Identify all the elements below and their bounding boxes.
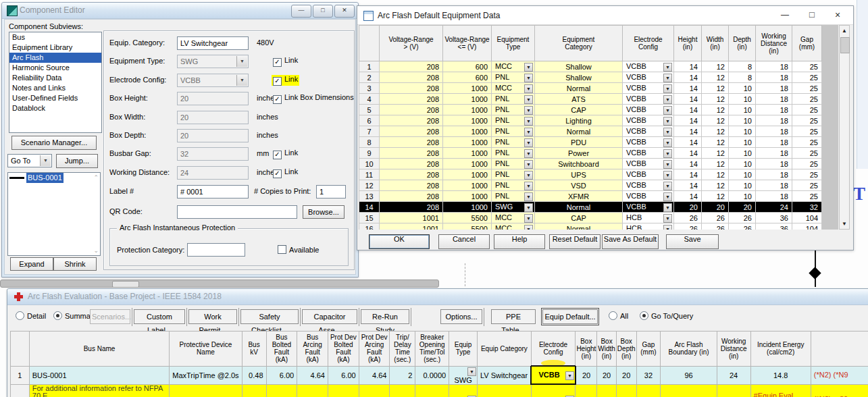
close-icon[interactable]: ✕ <box>334 5 355 18</box>
table-cell[interactable]: 25 <box>792 83 822 94</box>
equipment-data-titlebar[interactable]: Arc Flash Default Equipment Data — □ × <box>357 6 853 25</box>
table-cell[interactable]: 18 <box>756 105 792 115</box>
table-cell[interactable]: 26 <box>729 223 756 230</box>
table-cell[interactable]: ▼PNL <box>492 169 535 180</box>
reset-default-button[interactable]: Reset Default <box>549 234 601 249</box>
checkbox-icon[interactable]: ✓ <box>273 95 282 104</box>
dropdown-arrow-icon[interactable]: ▼ <box>524 214 533 223</box>
dropdown-arrow-icon[interactable]: ▼ <box>663 84 672 93</box>
label-number-input[interactable]: # 0001 <box>177 185 249 198</box>
checkbox-icon[interactable]: ✓ <box>273 151 282 159</box>
table-cell[interactable]: 12 <box>702 191 729 202</box>
chevron-down-icon[interactable]: ▼ <box>40 155 51 166</box>
table-cell[interactable]: 25 <box>792 191 822 202</box>
table-cell[interactable]: ▼PNL <box>492 180 535 191</box>
table-cell[interactable]: 36 <box>756 213 792 223</box>
scroll-down-icon[interactable]: ⌄ <box>93 247 99 254</box>
table-cell[interactable]: 26 <box>674 223 702 230</box>
table-cell[interactable]: 18 <box>756 94 792 105</box>
table-cell[interactable]: 12 <box>702 159 729 169</box>
dropdown-arrow-icon[interactable]: ▼ <box>663 128 672 136</box>
help-button[interactable]: Help <box>494 234 545 249</box>
table-cell[interactable]: 10 <box>729 180 756 191</box>
dropdown-arrow-icon[interactable]: ▼ <box>663 203 672 212</box>
table-cell[interactable]: ▼VCBB <box>623 115 674 126</box>
scrollbar-thumb[interactable] <box>840 37 850 53</box>
dropdown-arrow-icon[interactable]: ▼ <box>524 128 533 136</box>
save-as-default-button[interactable]: Save As Default <box>602 234 659 249</box>
table-cell[interactable]: 104 <box>792 223 822 230</box>
table-cell[interactable]: 10 <box>729 83 756 94</box>
table-cell[interactable]: 26 <box>729 213 756 223</box>
table-cell[interactable]: 25 <box>792 180 822 191</box>
jump-button[interactable]: Jump... <box>56 154 98 168</box>
table-cell[interactable]: 208 <box>380 159 443 169</box>
table-cell[interactable]: 1000 <box>443 159 492 169</box>
table-cell[interactable]: 12 <box>702 126 729 137</box>
dropdown-arrow-icon[interactable]: ▼ <box>663 117 672 126</box>
table-cell[interactable]: 18 <box>756 115 792 126</box>
table-cell[interactable]: 10 <box>729 126 756 137</box>
checkbox-icon[interactable] <box>278 245 286 254</box>
table-cell[interactable]: 25 <box>792 105 822 115</box>
table-cell[interactable]: Switchboard <box>535 159 623 169</box>
subview-item[interactable]: Harmonic Source <box>9 63 101 73</box>
table-cell[interactable]: 24 <box>756 202 792 213</box>
field-input[interactable]: VCBB▼ <box>177 74 249 87</box>
table-cell[interactable]: 14 <box>674 191 702 202</box>
dropdown-arrow-icon[interactable]: ▼ <box>524 74 533 82</box>
table-cell[interactable]: 12 <box>702 94 729 105</box>
column-header[interactable]: Working Distance (in) <box>756 26 792 61</box>
table-cell[interactable]: ▼PNL <box>492 137 535 148</box>
table-cell[interactable]: 10 <box>729 169 756 180</box>
table-cell[interactable]: 1000 <box>443 169 492 180</box>
table-cell[interactable]: 1000 <box>443 191 492 202</box>
dropdown-arrow-icon[interactable]: ▼ <box>663 95 672 104</box>
table-cell[interactable]: 208 <box>380 94 443 105</box>
options-button[interactable]: Options... <box>440 309 482 324</box>
table-cell[interactable]: 20 <box>674 202 702 213</box>
work-permit-button[interactable]: Work Permit... <box>188 309 237 324</box>
table-cell[interactable]: ▼VCBB <box>623 61 674 72</box>
checkbox-icon[interactable]: ✓ <box>273 58 282 67</box>
table-cell[interactable]: 36 <box>756 223 792 230</box>
radio-icon[interactable] <box>609 311 617 320</box>
table-cell[interactable]: 26 <box>702 223 729 230</box>
scroll-up-icon[interactable]: ▲ <box>840 26 849 36</box>
table-cell[interactable]: 10 <box>729 148 756 159</box>
table-cell[interactable]: 14 <box>674 137 702 148</box>
table-cell[interactable]: 25 <box>792 115 822 126</box>
subview-item[interactable]: Notes and Links <box>9 83 101 93</box>
table-cell[interactable]: 208 <box>380 169 443 180</box>
table-cell[interactable]: 12 <box>702 83 729 94</box>
table-cell[interactable]: 600 <box>443 72 492 83</box>
table-cell[interactable]: 18 <box>756 61 792 72</box>
dropdown-arrow-icon[interactable]: ▼ <box>663 106 672 115</box>
link-checkbox[interactable]: ✓Link Box Dimensions <box>272 93 355 104</box>
table-cell[interactable]: PDU <box>535 137 623 148</box>
table-cell[interactable]: 25 <box>792 61 822 72</box>
table-cell[interactable]: 20 <box>702 202 729 213</box>
table-cell[interactable]: 12 <box>702 169 729 180</box>
column-header[interactable]: Electrode Config <box>623 26 674 61</box>
dropdown-arrow-icon[interactable]: ▼ <box>467 367 476 376</box>
field-input[interactable]: 20 <box>177 92 249 105</box>
table-cell[interactable]: 10 <box>729 94 756 105</box>
table-cell[interactable]: ▼PNL <box>492 126 535 137</box>
table-cell[interactable]: 12 <box>702 180 729 191</box>
radio-selected-icon[interactable] <box>640 311 648 320</box>
table-cell[interactable]: 208 <box>380 115 443 126</box>
table-cell[interactable]: 18 <box>756 72 792 83</box>
table-cell[interactable]: ▼MCC <box>492 223 535 230</box>
table-cell[interactable]: 208 <box>380 72 443 83</box>
table-cell[interactable]: 208 <box>380 191 443 202</box>
table-cell[interactable]: ▼SWG <box>492 202 535 213</box>
table-cell[interactable]: 14 <box>674 180 702 191</box>
field-input[interactable]: 24 <box>177 166 249 180</box>
table-cell[interactable]: ▼VCBB <box>623 126 674 137</box>
table-cell[interactable]: 600 <box>443 61 492 72</box>
table-cell[interactable]: 10 <box>729 105 756 115</box>
table-cell[interactable]: ▼PNL <box>492 105 535 115</box>
table-cell[interactable]: 5500 <box>443 223 492 230</box>
link-checkbox[interactable]: ✓Link <box>272 56 299 67</box>
